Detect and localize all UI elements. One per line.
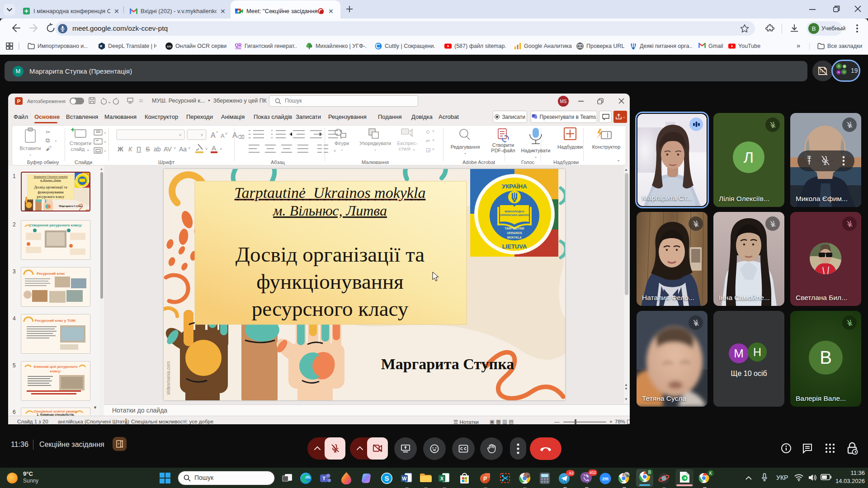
svg-text:GO: GO xyxy=(167,45,171,48)
svg-text:Створити: Створити xyxy=(492,142,514,148)
svg-text:AV: AV xyxy=(164,145,172,153)
svg-text:ресурсного класу: ресурсного класу xyxy=(37,195,65,199)
svg-text:LIETUVA: LIETUVA xyxy=(502,243,527,250)
svg-text:✂: ✂ xyxy=(46,129,51,136)
svg-text:УКРАЇНСЬКА ШКОЛА: УКРАЇНСЬКА ШКОЛА xyxy=(500,213,529,216)
svg-text:˅: ˅ xyxy=(220,147,222,151)
svg-text:Tarptautinė Ukrainos mokykla: Tarptautinė Ukrainos mokykla xyxy=(235,184,426,201)
svg-text:Редагування: Редагування xyxy=(451,144,480,150)
svg-text:Досвід організації та: Досвід організації та xyxy=(34,185,67,189)
svg-text:S: S xyxy=(146,145,150,153)
svg-text:🖌: 🖌 xyxy=(46,145,52,152)
svg-text:Вставити: Вставити xyxy=(19,145,41,151)
svg-text:▱: ▱ xyxy=(426,138,430,143)
svg-text:⌫: ⌫ xyxy=(237,134,245,140)
svg-text:м. Вільнюс, Литва: м. Вільнюс, Литва xyxy=(40,179,61,182)
svg-text:функціонування: функціонування xyxy=(256,270,404,293)
svg-text:м. Вільнюс, Литва: м. Вільнюс, Литва xyxy=(273,202,387,219)
svg-text:CODE: CODE xyxy=(235,47,241,50)
svg-text:⌄: ⌄ xyxy=(617,157,620,162)
svg-text:Ресурсний клас: Ресурсний клас xyxy=(37,272,65,276)
svg-text:Маргарита Ступка: Маргарита Ступка xyxy=(381,356,514,372)
svg-text:˅: ˅ xyxy=(432,138,434,142)
svg-text:˅: ˅ xyxy=(201,133,203,137)
svg-text:Експрес-: Експрес- xyxy=(397,141,417,146)
svg-text:⧉: ⧉ xyxy=(46,137,50,144)
svg-text:◇: ◇ xyxy=(426,129,430,134)
svg-text:⌄: ⌄ xyxy=(534,155,538,159)
svg-text:T: T xyxy=(322,476,326,481)
svg-text:Створення ресурсного класу:: Створення ресурсного класу: xyxy=(29,223,82,227)
svg-text:Фігури: Фігури xyxy=(335,141,349,146)
svg-text:˅: ˅ xyxy=(174,146,176,150)
svg-text:функціонування: функціонування xyxy=(38,190,63,194)
svg-text:стилі ⌄: стилі ⌄ xyxy=(399,146,416,151)
svg-text:ресурсного класу: ресурсного класу xyxy=(252,297,409,320)
svg-text:Tarptautinė Ukrainos mokykla: Tarptautinė Ukrainos mokykla xyxy=(33,175,67,178)
svg-text:˅: ˅ xyxy=(179,133,181,137)
svg-text:К: К xyxy=(128,145,132,153)
svg-text:TARPTAUTINĖ: TARPTAUTINĖ xyxy=(505,227,524,230)
svg-text:˅: ˅ xyxy=(188,146,190,150)
svg-text:Aa: Aa xyxy=(179,145,187,153)
svg-text:W: W xyxy=(402,476,407,481)
svg-text:PDF-файл: PDF-файл xyxy=(491,148,515,153)
svg-text:˅: ˅ xyxy=(432,129,434,133)
svg-text:˅: ˅ xyxy=(205,147,208,151)
svg-text:Упорядкувати: Упорядкувати xyxy=(359,141,391,146)
svg-text:МІЖНАРОДНА: МІЖНАРОДНА xyxy=(505,210,524,213)
svg-text:⌄: ⌄ xyxy=(340,147,344,151)
svg-text:˅: ˅ xyxy=(432,147,434,151)
svg-text:^: ^ xyxy=(216,131,218,135)
svg-text:P: P xyxy=(483,476,487,482)
svg-text:˅: ˅ xyxy=(225,131,227,136)
svg-text:A: A xyxy=(212,144,216,152)
svg-text:Ключові цілі ресурсного: Ключові цілі ресурсного xyxy=(33,365,77,369)
svg-text:˅: ˅ xyxy=(104,149,106,153)
svg-text:slidesmania.com: slidesmania.com xyxy=(166,361,171,395)
svg-text:УКРАЇНА: УКРАЇНА xyxy=(502,183,527,190)
svg-text:⌄: ⌄ xyxy=(29,152,32,156)
svg-text:ab: ab xyxy=(154,145,161,153)
svg-text:A: A xyxy=(211,131,216,139)
svg-text:Надбудови: Надбудови xyxy=(557,144,583,150)
svg-text:⌄: ⌄ xyxy=(374,147,377,151)
svg-text:P: P xyxy=(17,99,21,104)
svg-text:класу:: класу: xyxy=(50,369,61,373)
svg-text:UKRAINOS: UKRAINOS xyxy=(507,231,522,235)
svg-text:П: П xyxy=(137,145,141,153)
svg-text:A: A xyxy=(221,132,225,139)
svg-text:MOKYKLA: MOKYKLA xyxy=(507,236,522,239)
svg-text:˅: ˅ xyxy=(55,139,57,143)
svg-text:слайд ⌄: слайд ⌄ xyxy=(71,146,90,152)
svg-text:Створити: Створити xyxy=(70,141,91,146)
svg-text:Ресурсний клас у TUM:: Ресурсний клас у TUM: xyxy=(35,319,76,323)
svg-text:˅: ˅ xyxy=(334,149,336,153)
svg-text:Конструктор: Конструктор xyxy=(592,144,621,150)
svg-text:⌄: ⌄ xyxy=(464,151,467,155)
svg-text:X: X xyxy=(440,476,444,481)
svg-text:Ж: Ж xyxy=(117,145,123,153)
svg-text:˅: ˅ xyxy=(104,131,106,135)
svg-text:Досвід організації та: Досвід організації та xyxy=(236,243,425,266)
svg-text:◲: ◲ xyxy=(426,147,430,152)
svg-text:˅: ˅ xyxy=(104,140,106,144)
svg-text:S: S xyxy=(384,474,389,482)
svg-text:Надиктувати: Надиктувати xyxy=(521,148,550,153)
svg-text:A: A xyxy=(232,131,237,139)
svg-text:zm: zm xyxy=(602,476,609,481)
